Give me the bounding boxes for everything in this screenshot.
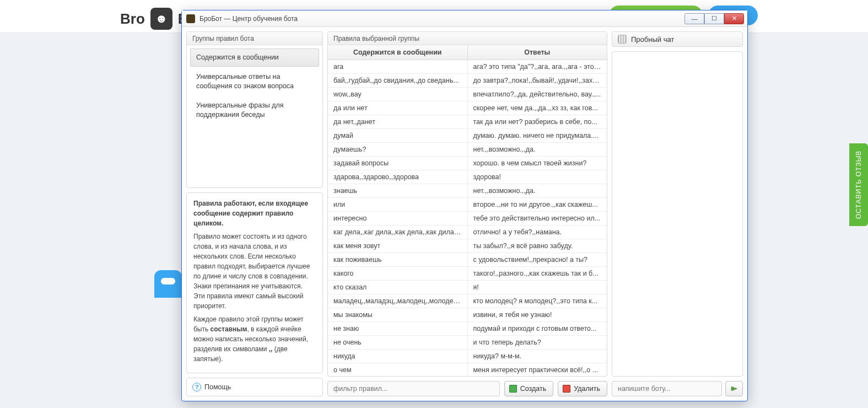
- cell-answers[interactable]: и что теперь делать?: [468, 336, 607, 349]
- table-row[interactable]: интереснотебе это действительно интересн…: [328, 212, 607, 226]
- cell-contains[interactable]: да нет,,данет: [328, 115, 468, 128]
- col-header-contains[interactable]: Содержится в сообщении: [328, 45, 468, 60]
- plus-icon: [509, 385, 517, 393]
- cell-answers[interactable]: ты забыл?,,я всё равно забуду.: [468, 239, 607, 253]
- cell-contains[interactable]: думаешь?: [328, 143, 468, 156]
- test-chat-header[interactable]: Пробный чат: [612, 31, 743, 47]
- cell-answers[interactable]: здорова!: [468, 170, 607, 184]
- cell-contains[interactable]: кто сказал: [328, 281, 468, 294]
- titlebar[interactable]: БроБот — Центр обучения бота — ☐ ✕: [182, 10, 747, 27]
- table-row[interactable]: мы знакомыизвини, я тебя не узнаю!: [328, 308, 607, 322]
- chat-input[interactable]: [612, 381, 722, 396]
- cell-contains[interactable]: как поживаешь: [328, 253, 468, 266]
- table-row[interactable]: маладец,,маладэц,,малодец,,молодец...кто…: [328, 294, 607, 308]
- cell-answers[interactable]: такого!,,разного.,,как скажешь так и б..…: [468, 267, 607, 280]
- cell-contains[interactable]: да или нет: [328, 101, 468, 115]
- rules-toolbar: Создать Удалить: [327, 381, 607, 396]
- group-item[interactable]: Универсальные фразы для поддержания бесе…: [190, 96, 319, 124]
- table-row[interactable]: о чемменя интересует практически всё!,,о…: [328, 363, 607, 376]
- right-column: Пробный чат: [612, 31, 743, 396]
- cell-contains[interactable]: как меня зовут: [328, 239, 468, 253]
- table-row[interactable]: wow,,ваувпечатлило?,,да, действительно, …: [328, 88, 607, 101]
- table-row[interactable]: не знаюподумай и приходи с готовым ответ…: [328, 322, 607, 336]
- group-item[interactable]: Универсальные ответы на сообщения со зна…: [190, 68, 319, 95]
- cell-answers[interactable]: тебе это действительно интересно ил...: [468, 212, 607, 225]
- cell-contains[interactable]: не знаю: [328, 322, 468, 335]
- cell-contains[interactable]: какого: [328, 267, 468, 280]
- close-button[interactable]: ✕: [724, 13, 744, 24]
- cell-contains[interactable]: интересно: [328, 212, 468, 225]
- table-row[interactable]: знаешьнет.,,возможно.,,да.: [328, 184, 607, 198]
- table-row[interactable]: думайдумаю. думаю. ничего не придумала..…: [328, 129, 607, 143]
- help-p2: Правило может состоять и из одного слова…: [193, 232, 316, 311]
- cell-answers[interactable]: меня интересует практически всё!,,о ...: [468, 363, 607, 376]
- chat-input-row: [612, 381, 743, 396]
- cell-contains[interactable]: не очень: [328, 336, 468, 349]
- col-header-answers[interactable]: Ответы: [468, 45, 607, 60]
- table-row[interactable]: да нет,,данеттак да или нет? разберись в…: [328, 115, 607, 129]
- cell-answers[interactable]: никуда? м-м-м.: [468, 350, 607, 363]
- rules-rows[interactable]: агаага? это типа "да"?,,ага, ага.,,ага -…: [328, 60, 607, 376]
- table-row[interactable]: задавай вопросыхорошо. в чем смысл твоей…: [328, 157, 607, 170]
- cell-answers[interactable]: второе.,,ни то ни другое.,,как скажеш...: [468, 198, 607, 211]
- table-row[interactable]: каг дела,,каг дила,,как дела,,как дила,.…: [328, 226, 607, 239]
- send-button[interactable]: [725, 381, 743, 396]
- table-row[interactable]: какоготакого!,,разного.,,как скажешь так…: [328, 267, 607, 281]
- rules-table: Содержится в сообщении Ответы агаага? эт…: [328, 45, 607, 376]
- left-column: Группы правил бота Содержится в сообщени…: [186, 31, 323, 396]
- table-row[interactable]: агаага? это типа "да"?,,ага, ага.,,ага -…: [328, 60, 607, 74]
- cell-answers[interactable]: до завтра?,,пока!,,бывай!,,удачи!,,захо.…: [468, 74, 607, 87]
- cell-answers[interactable]: нет.,,возможно.,,да.: [468, 143, 607, 156]
- maximize-button[interactable]: ☐: [704, 13, 724, 24]
- table-row[interactable]: да или нетскорее нет, чем да.,,да.,,хз з…: [328, 101, 607, 115]
- cell-contains[interactable]: знаешь: [328, 184, 468, 197]
- cell-answers[interactable]: так да или нет? разберись в себе, по...: [468, 115, 607, 128]
- feedback-tab[interactable]: ОСТАВИТЬ ОТЗЫВ: [849, 143, 868, 226]
- cell-contains[interactable]: здарова,,здарово,,здорова: [328, 170, 468, 184]
- cell-answers[interactable]: скорее нет, чем да.,,да.,,хз зз, как гов…: [468, 101, 607, 115]
- groups-panel-header: Группы правил бота: [187, 32, 322, 45]
- table-row[interactable]: как поживаешьс удовольствием!,,прекрасно…: [328, 253, 607, 267]
- cell-answers[interactable]: кто молодец? я молодец?,,это типа к...: [468, 294, 607, 308]
- table-row[interactable]: никуданикуда? м-м-м.: [328, 350, 607, 363]
- create-label: Создать: [520, 385, 547, 393]
- cell-contains[interactable]: каг дела,,каг дила,,как дела,,как дила,.…: [328, 226, 468, 239]
- cell-contains[interactable]: думай: [328, 129, 468, 142]
- cell-contains[interactable]: мы знакомы: [328, 308, 468, 321]
- minimize-button[interactable]: —: [684, 13, 704, 24]
- cell-answers[interactable]: извини, я тебя не узнаю!: [468, 308, 607, 321]
- create-button[interactable]: Создать: [504, 381, 554, 396]
- table-row[interactable]: бай,,гудбай,,до свидания,,до сведань...д…: [328, 74, 607, 88]
- window-title: БроБот — Центр обучения бота: [200, 15, 680, 23]
- cell-answers[interactable]: отлично! а у тебя?,,намана.: [468, 226, 607, 239]
- table-row[interactable]: здарова,,здарово,,здороваздорова!: [328, 170, 607, 184]
- table-row[interactable]: думаешь?нет.,,возможно.,,да.: [328, 143, 607, 157]
- cell-contains[interactable]: задавай вопросы: [328, 157, 468, 170]
- cell-answers[interactable]: нет.,,возможно.,,да.: [468, 184, 607, 197]
- help-link[interactable]: ? Помощь: [186, 378, 323, 396]
- cell-answers[interactable]: с удовольствием!,,прекрасно! а ты?: [468, 253, 607, 266]
- rules-table-head: Содержится в сообщении Ответы: [328, 45, 607, 60]
- cell-contains[interactable]: wow,,вау: [328, 88, 468, 101]
- group-item[interactable]: Содержится в сообщении: [190, 49, 319, 67]
- cell-contains[interactable]: маладец,,маладэц,,малодец,,молодец...: [328, 294, 468, 308]
- cell-contains[interactable]: о чем: [328, 363, 468, 376]
- cell-contains[interactable]: никуда: [328, 350, 468, 363]
- delete-button[interactable]: Удалить: [558, 381, 607, 396]
- table-row[interactable]: как меня зовутты забыл?,,я всё равно заб…: [328, 239, 607, 253]
- cell-answers[interactable]: подумай и приходи с готовым ответо...: [468, 322, 607, 335]
- cell-contains[interactable]: ага: [328, 60, 468, 73]
- table-row[interactable]: иливторое.,,ни то ни другое.,,как скажеш…: [328, 198, 607, 212]
- cell-answers[interactable]: впечатлило?,,да, действительно, вау.,...: [468, 88, 607, 101]
- cell-contains[interactable]: или: [328, 198, 468, 211]
- cell-answers[interactable]: я!: [468, 281, 607, 294]
- cell-answers[interactable]: хорошо. в чем смысл твоей жизни?: [468, 157, 607, 170]
- help-p1: Правила работают, если входящее сообщени…: [193, 200, 308, 227]
- cell-answers[interactable]: ага? это типа "да"?,,ага, ага.,,ага - эт…: [468, 60, 607, 73]
- table-row[interactable]: не оченьи что теперь делать?: [328, 336, 607, 350]
- cell-contains[interactable]: бай,,гудбай,,до свидания,,до сведань...: [328, 74, 468, 87]
- filter-input[interactable]: [327, 381, 500, 396]
- table-row[interactable]: кто сказаля!: [328, 281, 607, 294]
- cell-answers[interactable]: думаю. думаю. ничего не придумала....: [468, 129, 607, 142]
- brand-logo-icon: ☻: [150, 8, 172, 30]
